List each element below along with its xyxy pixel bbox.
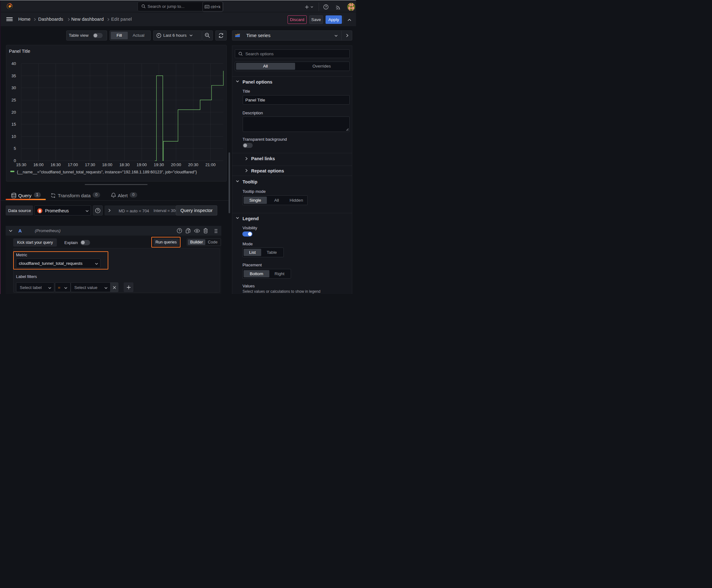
svg-text:19:00: 19:00	[136, 162, 147, 167]
svg-text:18:00: 18:00	[102, 162, 112, 167]
svg-text:17:00: 17:00	[67, 162, 78, 167]
svg-text:20:00: 20:00	[171, 162, 181, 167]
svg-text:21:00: 21:00	[205, 162, 216, 167]
svg-text:10: 10	[11, 134, 16, 139]
svg-text:16:30: 16:30	[50, 162, 61, 167]
svg-text:{__name__="cloudflared_tunnel_: {__name__="cloudflared_tunnel_total_requ…	[17, 170, 197, 174]
svg-text:16:00: 16:00	[33, 162, 44, 167]
svg-text:15:30: 15:30	[16, 162, 26, 167]
svg-text:19:30: 19:30	[153, 162, 164, 167]
svg-text:35: 35	[11, 74, 16, 78]
svg-text:15: 15	[11, 122, 16, 127]
svg-text:40: 40	[11, 61, 16, 66]
svg-text:20: 20	[11, 110, 16, 114]
svg-text:25: 25	[11, 98, 16, 102]
svg-text:0: 0	[14, 158, 16, 163]
svg-text:18:30: 18:30	[119, 162, 130, 167]
svg-text:17:30: 17:30	[85, 162, 95, 167]
svg-text:5: 5	[14, 146, 16, 151]
svg-text:30: 30	[11, 85, 16, 90]
svg-text:20:30: 20:30	[188, 162, 198, 167]
